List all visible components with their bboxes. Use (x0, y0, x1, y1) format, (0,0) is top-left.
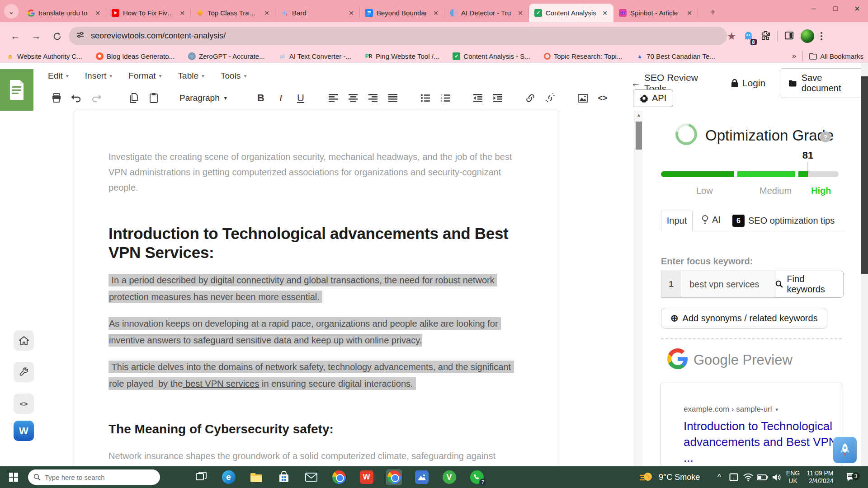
bookmark-item[interactable]: Topic Research: Topi... (544, 52, 622, 60)
battery-icon[interactable] (755, 466, 769, 488)
tray-chevron-up[interactable]: ^ (712, 466, 726, 488)
bullet-list-icon[interactable] (418, 90, 433, 106)
notification-center-button[interactable]: 3 (842, 466, 861, 488)
page-scrollbar-thumb[interactable] (861, 76, 868, 274)
browser-tab[interactable]: How To Fix Fiverr ✕ (106, 4, 191, 22)
redo-icon[interactable] (89, 90, 104, 106)
back-button[interactable]: ← (6, 27, 24, 45)
paragraph-style-dropdown[interactable]: Paragraph▾ (179, 93, 228, 103)
editor-scrollbar[interactable]: ▲ (634, 111, 643, 466)
underline-button[interactable]: U (293, 90, 308, 106)
whatsapp-icon[interactable]: 7 (469, 470, 484, 485)
photos-icon[interactable] (414, 470, 429, 485)
all-bookmarks-button[interactable]: All Bookmarks (809, 52, 863, 60)
tab-close-icon[interactable]: ✕ (432, 9, 440, 17)
best-vpn-services-link[interactable]: best VPN services (183, 379, 259, 389)
browser-menu-icon[interactable] (821, 32, 822, 40)
undo-icon[interactable] (69, 90, 84, 106)
forward-button[interactable]: → (27, 27, 45, 45)
browser-tab[interactable]: Beyond Boundar ✕ (360, 4, 444, 22)
menu-insert[interactable]: Insert▾ (85, 71, 113, 81)
chevron-down-icon[interactable]: ▾ (776, 407, 778, 413)
chrome-active-icon[interactable] (387, 470, 401, 485)
side-panel-icon[interactable] (784, 30, 794, 42)
tab-close-icon[interactable]: ✕ (178, 9, 186, 17)
tab-ai[interactable]: AI (702, 215, 721, 225)
edge-icon[interactable]: e (221, 470, 236, 485)
bookmark-star-icon[interactable]: ★ (727, 30, 736, 42)
clock[interactable]: 11:09 PM2/4/2024 (803, 466, 837, 488)
remove-link-icon[interactable] (542, 90, 558, 106)
reload-button[interactable] (48, 27, 66, 45)
document-canvas[interactable]: Investigate the creating scene of organi… (74, 111, 560, 466)
italic-button[interactable]: I (273, 90, 288, 106)
api-button[interactable]: API (633, 89, 673, 107)
window-minimize-button[interactable]: – (803, 0, 825, 17)
browser-tab[interactable]: AI Detector - Tru ✕ (444, 4, 529, 22)
scrollbar-up-icon[interactable]: ▲ (634, 113, 643, 117)
tab-seo-tips[interactable]: 6 SEO optimization tips (732, 215, 835, 227)
paste-icon[interactable] (146, 90, 161, 106)
profile-avatar[interactable] (801, 29, 814, 43)
tab-close-icon[interactable]: ✕ (516, 9, 524, 17)
save-document-button[interactable]: Save document (780, 68, 868, 98)
insert-link-icon[interactable] (523, 90, 538, 106)
tab-close-icon[interactable]: ✕ (94, 9, 102, 17)
bookmark-item[interactable]: PRPing Website Tool /... (365, 52, 439, 60)
taskbar-search-input[interactable] (45, 474, 149, 481)
align-justify-icon[interactable] (385, 90, 401, 106)
browser-tab[interactable]: translate urdu to ✕ (22, 4, 106, 22)
chrome-icon[interactable] (331, 470, 346, 485)
outdent-icon[interactable] (470, 90, 486, 106)
print-icon[interactable] (49, 90, 64, 106)
align-right-icon[interactable] (365, 90, 381, 106)
bold-button[interactable]: B (253, 90, 269, 106)
task-view-button[interactable] (193, 470, 208, 485)
bookmark-item[interactable]: ✱Blog Ideas Generato... (96, 52, 175, 60)
site-settings-icon[interactable] (76, 31, 85, 41)
tablet-mode-icon[interactable] (727, 466, 741, 488)
home-button[interactable] (14, 330, 34, 351)
tools-button[interactable] (14, 362, 34, 382)
tab-close-icon[interactable]: ✕ (347, 9, 355, 17)
tab-close-icon[interactable]: ✕ (685, 9, 693, 17)
rocket-widget-button[interactable] (833, 437, 857, 463)
bookmark-item[interactable]: aiAI Text Converter -... (278, 52, 351, 60)
volume-icon[interactable] (769, 466, 784, 488)
start-button[interactable] (0, 466, 27, 488)
preview-result-title[interactable]: Introduction to Technological advancemen… (684, 418, 842, 466)
taskbar-weather[interactable]: 9°C Smoke (639, 466, 700, 488)
tab-close-icon[interactable]: ✕ (601, 9, 609, 17)
indent-icon[interactable] (490, 90, 505, 106)
extensions-puzzle-icon[interactable] (760, 30, 771, 42)
bookmarks-overflow-chevron[interactable]: » (792, 52, 796, 61)
mail-icon[interactable] (304, 470, 319, 485)
bookmark-item[interactable]: ▲70 Best Canadian Te... (636, 52, 715, 60)
file-explorer-icon[interactable] (249, 470, 264, 485)
address-bar[interactable]: seoreviewtools.com/content-analysis/ (69, 27, 727, 45)
ghost-extension-icon[interactable]: 8 (743, 30, 754, 43)
microsoft-store-icon[interactable] (276, 470, 291, 485)
bookmark-item[interactable]: aWebsite Authority C... (6, 52, 82, 60)
new-tab-button[interactable]: + (706, 5, 720, 19)
browser-tab-active[interactable]: ✓ Content Analysis ✕ (529, 4, 613, 22)
menu-format[interactable]: Format▾ (128, 71, 161, 81)
focus-keyword-input[interactable] (681, 271, 775, 298)
wps-office-icon[interactable]: W (359, 470, 374, 485)
browser-tab[interactable]: Top Class Trading ✕ (191, 4, 275, 22)
insert-image-icon[interactable] (575, 90, 590, 106)
copy-icon[interactable] (126, 90, 142, 106)
word-shortcut-button[interactable]: W (14, 421, 34, 441)
bookmark-item[interactable]: ✓Content Analysis - S... (453, 52, 530, 60)
window-close-button[interactable]: ✕ (846, 0, 868, 17)
menu-tools[interactable]: Tools▾ (221, 71, 246, 81)
source-code-icon[interactable]: <> (595, 90, 610, 106)
add-synonyms-button[interactable]: ⊕ Add synonyms / related keywords (661, 308, 827, 328)
editor-scrollbar-thumb[interactable] (636, 122, 642, 150)
bookmark-item[interactable]: ZeroGPT - Accurate... (188, 52, 265, 60)
page-scrollbar[interactable] (861, 63, 868, 466)
tab-search-button[interactable]: ⌄ (4, 4, 19, 19)
help-icon[interactable]: ? (820, 131, 831, 142)
code-view-button[interactable]: <> (14, 394, 34, 414)
align-center-icon[interactable] (345, 90, 361, 106)
